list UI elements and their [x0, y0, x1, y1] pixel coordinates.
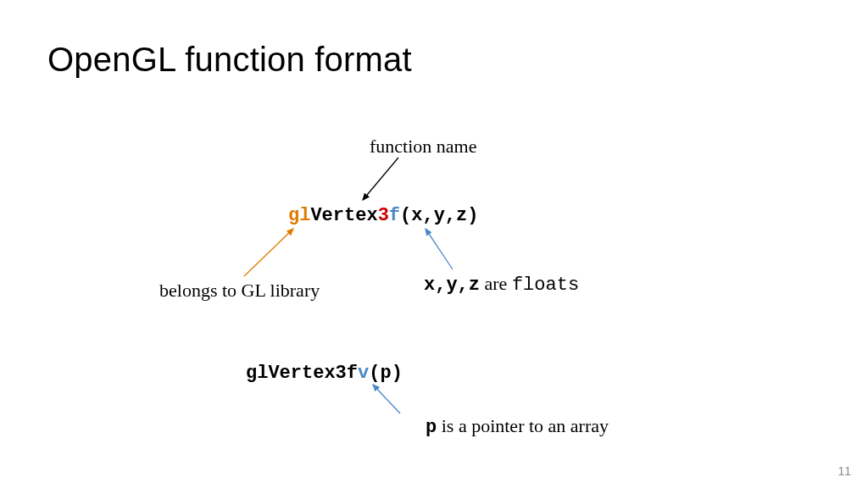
code-args: (x,y,z): [400, 205, 478, 226]
label-function-name: function name: [370, 136, 476, 158]
code2-args: (p): [369, 363, 403, 384]
label-xyz-floats: floats: [512, 274, 579, 296]
label-xyz-are: are: [480, 273, 512, 294]
label-belongs: belongs to GL library: [159, 280, 320, 302]
arrow-xyz: [426, 229, 453, 269]
slide: OpenGL function format function name glV…: [0, 0, 868, 488]
label-p-rest: is a pointer to an array: [437, 415, 609, 436]
code-f: f: [389, 205, 400, 226]
code-three: 3: [378, 205, 389, 226]
code2-prefix: glVertex3f: [246, 363, 358, 384]
code2-v: v: [358, 363, 369, 384]
code-gl: gl: [288, 205, 310, 226]
label-p: p is a pointer to an array: [426, 415, 609, 438]
code-vertex: Vertex: [310, 205, 377, 226]
label-xyz: x,y,z are floats: [424, 273, 579, 296]
arrow-belongs: [244, 229, 293, 276]
label-xyz-bold: x,y,z: [424, 274, 480, 296]
arrow-p: [373, 385, 400, 413]
page-number: 11: [837, 464, 851, 478]
code-glvertex3fv-p: glVertex3fv(p): [246, 363, 403, 384]
code-glvertex3f-xyz: glVertex3f(x,y,z): [288, 205, 478, 226]
label-p-bold: p: [426, 417, 437, 438]
slide-title: OpenGL function format: [47, 41, 412, 79]
arrow-function-name: [363, 158, 398, 200]
